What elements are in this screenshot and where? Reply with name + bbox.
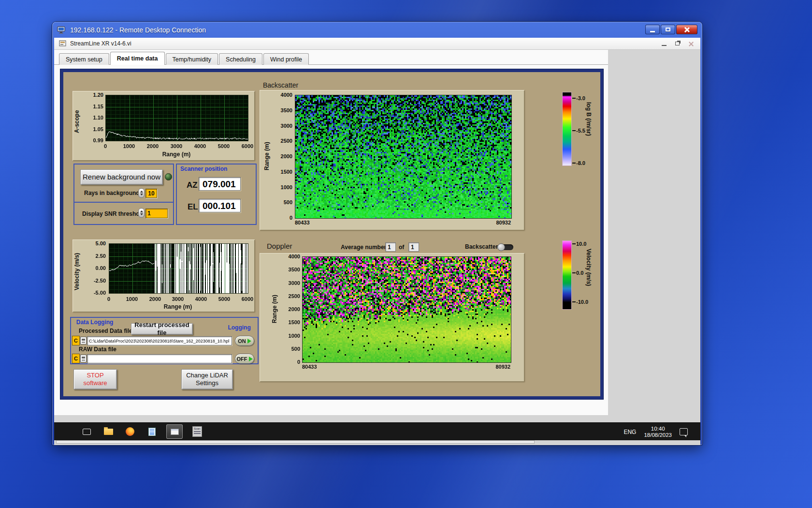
average-number-field[interactable]: 1 bbox=[385, 242, 396, 252]
tab-system-setup[interactable]: System setup bbox=[59, 53, 109, 65]
doppler-heatmap bbox=[302, 256, 511, 363]
y-tick: 3000 bbox=[272, 123, 292, 129]
y-tick: 3500 bbox=[280, 267, 300, 272]
tab-wind-profile[interactable]: Wind profile bbox=[263, 53, 309, 65]
backscatter-toggle-label: Backscatter bbox=[465, 243, 498, 250]
x-tick: 3000 bbox=[168, 296, 188, 302]
remote-taskbar: Scan ENG 10:40 18/08/2023 bbox=[54, 422, 700, 440]
scan-icon-label: Scan bbox=[194, 428, 201, 430]
az-value-field[interactable]: 079.001 bbox=[199, 177, 241, 191]
app-close-button[interactable] bbox=[688, 41, 694, 46]
colorbar-tick-mark bbox=[572, 301, 576, 302]
y-tick: 4000 bbox=[280, 254, 300, 259]
taskbar-clock[interactable]: 10:40 18/08/2023 bbox=[644, 426, 672, 438]
velocity-xlabel: Range (m) bbox=[130, 303, 226, 310]
y-tick: 3000 bbox=[280, 280, 300, 286]
rdp-titlebar[interactable]: 192.168.0.122 - Remote Desktop Connectio… bbox=[52, 22, 702, 38]
real-time-data-panel: A-scope 1.20 1.15 1.10 1.05 0.99 0 1000 … bbox=[60, 69, 603, 399]
change-line1: Change LiDAR bbox=[186, 372, 228, 379]
x-tick: 5000 bbox=[215, 296, 234, 302]
backscatter-doppler-toggle[interactable] bbox=[499, 244, 513, 250]
off-label: OFF bbox=[237, 356, 247, 362]
tab-temp-humidity[interactable]: Temp/humidity bbox=[166, 53, 218, 65]
el-value-field[interactable]: 000.101 bbox=[199, 199, 241, 212]
y-tick: 1500 bbox=[272, 169, 292, 175]
scanner-position-title: Scanner position bbox=[180, 165, 227, 172]
colorbar-tick: 0.0 bbox=[576, 270, 583, 276]
processed-browse-icon[interactable] bbox=[80, 337, 87, 344]
notification-center-icon[interactable] bbox=[680, 428, 688, 435]
raw-logging-off-button[interactable]: OFF bbox=[235, 354, 254, 364]
app-restore-button[interactable] bbox=[675, 42, 680, 45]
stop-software-button[interactable]: STOP software bbox=[73, 369, 117, 389]
ascope-plot bbox=[105, 95, 248, 141]
scanner-position-box: Scanner position AZ 079.001 EL 000.101 bbox=[176, 164, 257, 225]
firefox-icon bbox=[126, 427, 134, 436]
rays-value-field[interactable]: 10 bbox=[145, 189, 157, 198]
change-lidar-settings-button[interactable]: Change LiDAR Settings bbox=[181, 369, 233, 389]
file-explorer-button[interactable] bbox=[101, 424, 116, 439]
processed-path-field[interactable]: C:\Lidar\Data\Proc\2023\202308\20230818\… bbox=[87, 336, 232, 345]
y-tick: 2000 bbox=[280, 306, 300, 312]
colorbar-tick: -3.0 bbox=[576, 95, 585, 101]
colorbar-tick: -8.0 bbox=[576, 160, 585, 166]
processed-drive-box[interactable]: C bbox=[72, 336, 80, 345]
y-tick: 0.00 bbox=[85, 265, 106, 271]
rdp-maximize-button[interactable] bbox=[661, 25, 675, 34]
raw-browse-icon[interactable] bbox=[80, 355, 87, 362]
y-tick: 4000 bbox=[272, 92, 292, 98]
x-tick: 6000 bbox=[238, 296, 257, 302]
app-minimize-button[interactable] bbox=[662, 45, 667, 46]
y-tick: 1.10 bbox=[82, 115, 103, 120]
doppler-colorbar bbox=[562, 240, 572, 310]
y-tick: 2000 bbox=[272, 153, 292, 159]
average-total-field[interactable]: 1 bbox=[408, 242, 419, 252]
backscatter-colorbar-label: log B (/m/sr) bbox=[585, 102, 592, 170]
firefox-button[interactable] bbox=[123, 424, 137, 439]
snr-spinner[interactable] bbox=[138, 208, 145, 218]
background-led-indicator bbox=[165, 173, 172, 180]
y-tick: 500 bbox=[280, 346, 300, 352]
app-titlebar[interactable]: StreamLine XR v14-6.vi bbox=[54, 38, 700, 50]
y-tick: 0.99 bbox=[82, 137, 103, 143]
streamline-app-taskbar-button[interactable] bbox=[166, 424, 183, 439]
minimize-icon bbox=[650, 31, 655, 32]
y-tick: 1.05 bbox=[82, 126, 103, 132]
renew-background-button[interactable]: Renew background now bbox=[80, 169, 163, 185]
x-tick: 80932 bbox=[472, 364, 510, 370]
backscatter-colorbar bbox=[562, 92, 572, 166]
ascope-xlabel: Range (m) bbox=[128, 151, 225, 158]
backscatter-heatmap bbox=[295, 95, 512, 219]
stop-line1: STOP bbox=[87, 372, 103, 379]
scan-icon: Scan bbox=[192, 426, 202, 437]
snr-value-field[interactable]: 1 bbox=[145, 209, 168, 218]
x-tick: 1000 bbox=[122, 296, 142, 302]
y-tick: -2.50 bbox=[85, 278, 106, 284]
rdp-close-button[interactable] bbox=[676, 25, 697, 34]
doppler-title: Doppler bbox=[267, 242, 292, 250]
rdp-minimize-button[interactable] bbox=[645, 25, 660, 34]
rays-spinner[interactable] bbox=[138, 188, 145, 198]
task-view-button[interactable] bbox=[79, 424, 94, 439]
language-indicator[interactable]: ENG bbox=[624, 429, 636, 435]
y-tick: 1500 bbox=[280, 319, 300, 325]
tab-real-time-data[interactable]: Real time data bbox=[110, 52, 165, 65]
background-control-box: Renew background now Rays in background … bbox=[73, 164, 174, 203]
y-tick: 0 bbox=[280, 359, 300, 365]
raw-drive-box[interactable]: C bbox=[72, 354, 80, 363]
x-tick: 2000 bbox=[145, 296, 165, 302]
el-label: EL bbox=[188, 202, 198, 212]
tab-scheduling[interactable]: Scheduling bbox=[219, 53, 262, 65]
scan-scheduler-button[interactable]: Scan bbox=[190, 424, 204, 439]
raw-path-field[interactable] bbox=[87, 354, 232, 363]
of-label: of bbox=[399, 244, 404, 251]
x-tick: 0 bbox=[99, 296, 118, 302]
horizontal-scrollbar[interactable] bbox=[56, 440, 535, 444]
processed-logging-on-button[interactable]: ON bbox=[235, 336, 254, 346]
processed-data-file-label: Processed Data file bbox=[79, 328, 132, 334]
app-window-icon bbox=[171, 429, 179, 435]
restart-processed-file-button[interactable]: Restart processed file bbox=[131, 323, 193, 335]
notepad-app-button[interactable] bbox=[145, 424, 159, 439]
colorbar-tick-mark bbox=[572, 272, 576, 273]
velocity-plot bbox=[109, 243, 248, 294]
